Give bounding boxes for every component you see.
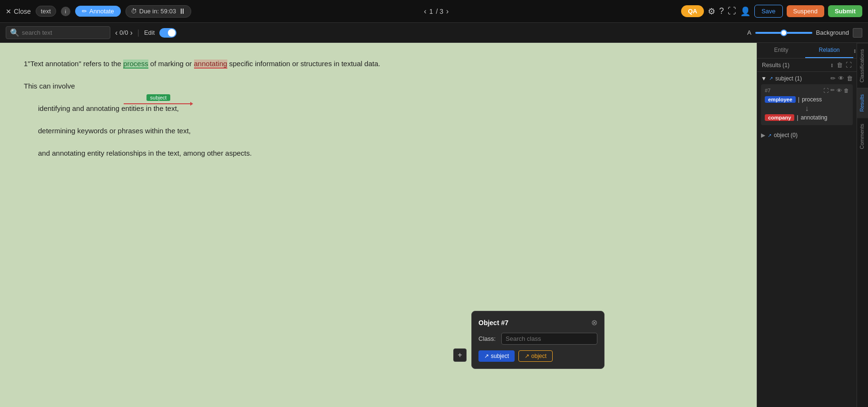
results-trash-button[interactable]: 🗑 [837, 61, 843, 69]
side-tab-results[interactable]: Results [857, 88, 868, 118]
qa-button[interactable]: QA [681, 5, 704, 17]
filter-icon[interactable]: ⫾ [853, 43, 857, 58]
result-number: #7 [765, 88, 770, 93]
results-header: Results (1) ⫾ 🗑 ⛶ [757, 59, 857, 72]
pen-icon: ✏ [82, 8, 87, 15]
results-label: Results (1) [762, 62, 790, 69]
entity-tag-company[interactable]: company [765, 114, 794, 121]
font-area: A Background [747, 28, 862, 38]
font-small-icon: A [747, 29, 751, 36]
entity-tag-employee[interactable]: employee [765, 96, 796, 103]
search-input[interactable] [22, 29, 98, 36]
info-icon[interactable]: i [61, 7, 70, 16]
tab-pill[interactable]: text [36, 6, 56, 17]
prev-page-button[interactable]: ‹ [424, 7, 426, 16]
subject-group-label: subject (1) [775, 75, 802, 82]
search-icon: 🔍 [10, 28, 20, 37]
expand-arrow-object: ▶ [761, 132, 765, 139]
right-panel: Entity Relation ⫾ Results (1) ⫾ 🗑 ⛶ ▼ ↗ … [757, 43, 857, 407]
arrow-down-icon: ↓ [765, 104, 849, 113]
clock-icon: ⏱ [131, 8, 137, 15]
side-tabs-vertical: Classifications Results Comments [857, 43, 868, 407]
expand-arrow-subject: ▼ [761, 75, 767, 82]
search-bar: 🔍 ‹ 0/0 › | Edit A Background [0, 23, 868, 43]
toggle-knob [168, 29, 176, 37]
paragraph-1: 1"Text annotation" refers to the process… [24, 57, 733, 70]
search-next-button[interactable]: › [130, 29, 132, 37]
object-group-header[interactable]: ▶ ↗ object (0) [761, 132, 853, 139]
arrow-line-h [124, 103, 190, 104]
pause-button[interactable]: ⏸ [178, 7, 186, 16]
add-button[interactable]: + [453, 348, 467, 362]
popup-class-label: Class: [478, 335, 497, 342]
annotate-button[interactable]: ✏ Annotate [75, 6, 121, 17]
submit-button[interactable]: Submit [828, 5, 862, 17]
next-page-button[interactable]: › [446, 7, 449, 16]
side-tab-classifications[interactable]: Classifications [857, 43, 868, 88]
object-button[interactable]: ↗ object [518, 350, 553, 362]
close-label: Close [14, 8, 31, 15]
subject-group-header[interactable]: ▼ ↗ subject (1) ✏ 👁 🗑 [761, 75, 853, 82]
highlight-process[interactable]: process [123, 60, 148, 69]
result-edit-icon[interactable]: ✏ [830, 87, 835, 93]
relation-icon-object: ↗ [768, 133, 771, 138]
close-icon: ✕ [6, 8, 11, 15]
background-swatch[interactable] [853, 28, 862, 38]
results-expand-button[interactable]: ⛶ [846, 61, 852, 69]
subject-edit-icon[interactable]: ✏ [830, 75, 836, 82]
result-expand-icon[interactable]: ⛶ [823, 87, 829, 93]
paragraph-2: This can involve [24, 79, 733, 92]
edit-label: Edit [144, 29, 155, 36]
search-prev-button[interactable]: ‹ [115, 29, 117, 37]
entity-text-process: process [802, 96, 822, 103]
object-group-label: object (0) [774, 132, 798, 139]
font-size-slider[interactable] [755, 32, 812, 34]
popup-buttons: ↗ subject ↗ object [478, 350, 597, 362]
edit-toggle[interactable] [159, 28, 176, 38]
popup-close-button[interactable]: ⊗ [591, 318, 597, 327]
popup-class-field: Class: [478, 333, 597, 345]
expand-icon[interactable]: ⛶ [728, 6, 736, 16]
background-label: Background [816, 29, 849, 36]
subject-relation-icon: ↗ [484, 353, 489, 359]
content-text: 1"Text annotation" refers to the process… [24, 57, 733, 159]
object-popup: Object #7 ⊗ Class: ↗ subject ↗ object [471, 311, 605, 369]
search-class-input[interactable] [501, 333, 597, 345]
top-bar: ✕ Close text i ✏ Annotate ⏱ Due in: 59:0… [0, 0, 868, 23]
result-trash-icon[interactable]: 🗑 [844, 87, 849, 93]
tab-entity[interactable]: Entity [757, 43, 805, 58]
subject-eye-icon[interactable]: 👁 [838, 75, 844, 82]
subject-group: ▼ ↗ subject (1) ✏ 👁 🗑 #7 ⛶ ✏ 👁 🗑 [757, 72, 857, 130]
save-button[interactable]: Save [754, 5, 783, 18]
settings-icon[interactable]: ⚙ [708, 6, 715, 17]
entity-row-2: company | annotating [765, 114, 849, 121]
profile-icon[interactable]: 👤 [740, 6, 751, 17]
side-tab-comments[interactable]: Comments [857, 118, 868, 155]
results-actions: ⫾ 🗑 ⛶ [830, 61, 852, 69]
subject-label: subject [146, 94, 171, 101]
result-item-header: #7 ⛶ ✏ 👁 🗑 [765, 87, 849, 93]
content-area: subject 1"Text annotation" refers to the… [0, 43, 757, 407]
result-item-7: #7 ⛶ ✏ 👁 🗑 employee | process ↓ company [761, 84, 853, 125]
panel-tabs: Entity Relation ⫾ [757, 43, 857, 59]
annotation-arrow: subject [124, 94, 193, 106]
page-current: 1 [429, 8, 433, 15]
close-button[interactable]: ✕ Close [6, 8, 31, 15]
page-navigation: ‹ 1 / 3 › [424, 7, 449, 16]
result-eye-icon[interactable]: 👁 [837, 87, 842, 93]
result-icons: ⛶ ✏ 👁 🗑 [823, 87, 849, 93]
popup-title: Object #7 [478, 319, 508, 327]
subject-trash-icon[interactable]: 🗑 [847, 75, 853, 82]
entity-row-1: employee | process [765, 96, 849, 103]
suspend-button[interactable]: Suspend [787, 5, 824, 17]
main-layout: subject 1"Text annotation" refers to the… [0, 43, 868, 407]
search-input-wrap: 🔍 [6, 26, 110, 39]
tab-relation[interactable]: Relation [805, 43, 853, 58]
subject-button[interactable]: ↗ subject [478, 350, 515, 362]
object-relation-icon: ↗ [525, 353, 529, 359]
highlight-annotating[interactable]: annotating [194, 60, 227, 69]
timer-label: Due in: 59:03 [139, 8, 176, 15]
popup-header: Object #7 ⊗ [478, 318, 597, 327]
results-filter-button[interactable]: ⫾ [830, 61, 834, 69]
help-icon[interactable]: ? [719, 6, 724, 16]
